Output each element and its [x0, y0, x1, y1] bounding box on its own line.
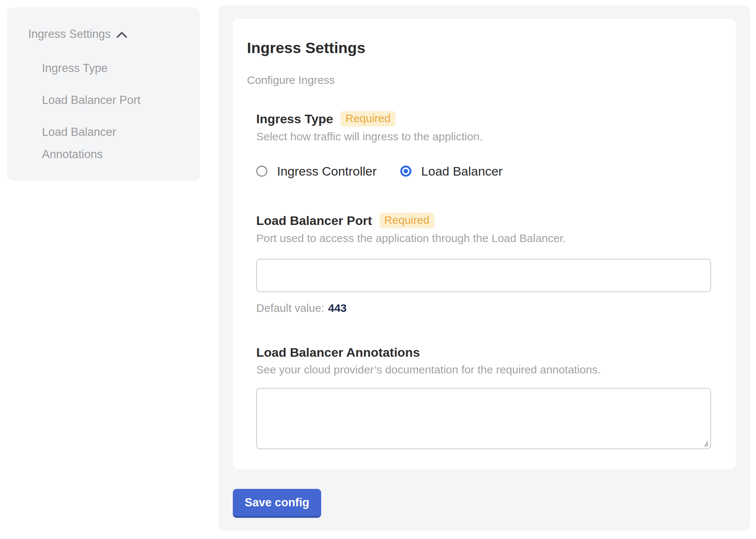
load-balancer-port-label-row: Load Balancer Port Required [256, 213, 714, 228]
default-value-number: 443 [328, 302, 346, 314]
radio-ingress-controller-label: Ingress Controller [277, 164, 377, 179]
ingress-type-radio-group: Ingress Controller Load Balancer [256, 164, 714, 179]
section-load-balancer-annotations: Load Balancer Annotations See your cloud… [256, 345, 714, 449]
sidebar-item-ingress-type[interactable]: Ingress Type [42, 57, 168, 79]
radio-ingress-controller-icon[interactable] [256, 166, 267, 177]
load-balancer-port-input[interactable] [256, 259, 711, 292]
radio-load-balancer-icon[interactable] [400, 166, 411, 177]
sidebar-item-load-balancer-annotations[interactable]: Load Balancer Annotations [42, 121, 168, 166]
ingress-type-label-row: Ingress Type Required [256, 111, 714, 127]
settings-main-panel: Ingress Settings Configure Ingress Ingre… [218, 5, 750, 531]
ingress-settings-card: Ingress Settings Configure Ingress Ingre… [233, 19, 736, 469]
load-balancer-annotations-textarea[interactable] [256, 388, 711, 449]
settings-nav-sidebar: Ingress Settings Ingress Type Load Balan… [7, 7, 200, 181]
sidebar-item-load-balancer-port[interactable]: Load Balancer Port [42, 89, 168, 111]
required-badge: Required [379, 213, 434, 228]
section-load-balancer-port: Load Balancer Port Required Port used to… [256, 213, 714, 315]
load-balancer-port-label: Load Balancer Port [256, 213, 372, 228]
load-balancer-annotations-description: See your cloud provider’s documentation … [256, 363, 714, 377]
radio-load-balancer-label: Load Balancer [421, 164, 502, 179]
sidebar-section-title: Ingress Settings [28, 27, 111, 42]
chevron-up-icon [116, 32, 127, 38]
required-badge: Required [340, 111, 395, 127]
page-title: Ingress Settings [247, 39, 714, 57]
save-config-button[interactable]: Save config [233, 489, 321, 518]
ingress-type-label: Ingress Type [256, 111, 333, 126]
load-balancer-port-description: Port used to access the application thro… [256, 231, 714, 245]
default-value-label: Default value: [256, 302, 324, 314]
sidebar-item-list: Ingress Type Load Balancer Port Load Bal… [28, 57, 189, 166]
resize-handle-icon[interactable] [702, 440, 709, 447]
ingress-type-description: Select how traffic will ingress to the a… [256, 130, 714, 144]
radio-option-ingress-controller[interactable]: Ingress Controller [256, 164, 377, 179]
sidebar-section-toggle[interactable]: Ingress Settings [28, 27, 189, 42]
radio-option-load-balancer[interactable]: Load Balancer [400, 164, 502, 179]
page-subtitle: Configure Ingress [247, 73, 714, 87]
load-balancer-annotations-label: Load Balancer Annotations [256, 345, 420, 360]
default-value-line: Default value:443 [256, 301, 714, 315]
load-balancer-annotations-label-row: Load Balancer Annotations [256, 345, 714, 360]
section-ingress-type: Ingress Type Required Select how traffic… [256, 111, 714, 179]
form-sections: Ingress Type Required Select how traffic… [256, 111, 714, 449]
load-balancer-annotations-field [256, 388, 711, 449]
